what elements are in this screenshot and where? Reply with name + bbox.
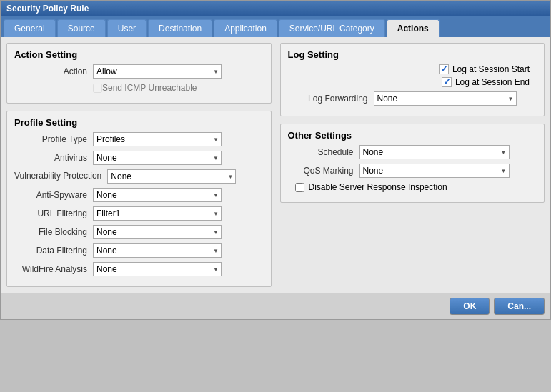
qos-row: QoS Marking None	[288, 164, 537, 178]
dialog: Security Policy Rule General Source User…	[0, 0, 551, 320]
antivirus-label: Antivirus	[14, 153, 93, 163]
data-filtering-select[interactable]: None	[93, 243, 222, 258]
other-settings-section: Other Settings Schedule None QoS Marking…	[280, 124, 545, 203]
file-blocking-select[interactable]: None	[93, 225, 222, 239]
title-bar: Security Policy Rule	[1, 1, 550, 16]
log-forwarding-select[interactable]: None	[374, 91, 517, 106]
file-blocking-row: File Blocking None	[14, 225, 264, 239]
file-blocking-label: File Blocking	[14, 227, 93, 237]
cancel-button[interactable]: Can...	[494, 298, 545, 315]
action-setting-section: Action Setting Action Allow Send ICMP Un…	[6, 43, 272, 104]
left-panel: Action Setting Action Allow Send ICMP Un…	[6, 43, 272, 287]
tab-actions[interactable]: Actions	[387, 19, 440, 37]
vuln-select[interactable]: None	[107, 169, 236, 184]
wildfire-label: WildFire Analysis	[14, 264, 93, 274]
log-session-start-checkmark[interactable]	[439, 64, 449, 74]
data-filtering-row: Data Filtering None	[14, 243, 264, 258]
right-panel: Log Setting Log at Session Start Log at …	[280, 43, 545, 287]
icmp-row: Send ICMP Unreachable	[14, 83, 264, 93]
wildfire-select[interactable]: None	[93, 262, 222, 276]
log-session-end-checkmark[interactable]	[442, 77, 452, 87]
vuln-select-wrapper: None	[107, 169, 236, 184]
disable-inspection-row: Disable Server Response Inspection	[288, 182, 537, 192]
anti-spyware-row: Anti-Spyware None	[14, 188, 264, 202]
file-blocking-select-wrapper: None	[93, 225, 222, 239]
antivirus-row: Antivirus None	[14, 151, 264, 165]
tab-bar: General Source User Destination Applicat…	[1, 16, 550, 37]
log-forwarding-label: Log Forwarding	[288, 94, 374, 104]
log-setting-section: Log Setting Log at Session Start Log at …	[280, 43, 545, 116]
content-area: Action Setting Action Allow Send ICMP Un…	[1, 37, 550, 293]
profile-setting-section: Profile Setting Profile Type Profiles An…	[6, 111, 272, 287]
url-filtering-label: URL Filtering	[14, 208, 93, 218]
qos-select[interactable]: None	[359, 164, 510, 178]
antivirus-select[interactable]: None	[93, 151, 222, 165]
footer: OK Can...	[1, 293, 550, 319]
anti-spyware-select-wrapper: None	[93, 188, 222, 202]
schedule-label: Schedule	[288, 147, 359, 157]
icmp-label: Send ICMP Unreachable	[102, 83, 197, 93]
qos-label: QoS Marking	[288, 166, 359, 176]
tab-application[interactable]: Application	[214, 19, 277, 37]
disable-inspection-checkbox[interactable]	[295, 183, 304, 192]
log-session-start-row: Log at Session Start	[439, 64, 530, 74]
anti-spyware-select[interactable]: None	[93, 188, 222, 202]
ok-button[interactable]: OK	[450, 298, 490, 315]
log-session-end-row: Log at Session End	[442, 77, 530, 87]
icmp-checkbox[interactable]	[93, 84, 102, 93]
profile-type-select[interactable]: Profiles	[93, 132, 222, 146]
disable-inspection-label: Disable Server Response Inspection	[309, 182, 447, 192]
wildfire-select-wrapper: None	[93, 262, 222, 276]
tab-service-url[interactable]: Service/URL Category	[279, 19, 385, 37]
dialog-title: Security Policy Rule	[6, 4, 89, 14]
log-forwarding-select-wrapper: None	[374, 91, 517, 106]
profile-type-label: Profile Type	[14, 134, 93, 144]
action-label: Action	[14, 66, 93, 76]
tab-user[interactable]: User	[107, 19, 147, 37]
antivirus-select-wrapper: None	[93, 151, 222, 165]
other-settings-title: Other Settings	[288, 130, 537, 141]
wildfire-row: WildFire Analysis None	[14, 262, 264, 276]
schedule-select-wrapper: None	[359, 145, 510, 159]
log-forwarding-row: Log Forwarding None	[288, 91, 537, 106]
profile-setting-title: Profile Setting	[14, 117, 264, 128]
url-filtering-row: URL Filtering Filter1	[14, 206, 264, 221]
schedule-select[interactable]: None	[359, 145, 510, 159]
data-filtering-label: Data Filtering	[14, 246, 93, 256]
action-select-wrapper: Allow	[93, 64, 222, 79]
qos-select-wrapper: None	[359, 164, 510, 178]
tab-destination[interactable]: Destination	[148, 19, 212, 37]
action-row: Action Allow	[14, 64, 264, 79]
action-select[interactable]: Allow	[93, 64, 222, 79]
url-filtering-select-wrapper: Filter1	[93, 206, 222, 221]
anti-spyware-label: Anti-Spyware	[14, 190, 93, 200]
schedule-row: Schedule None	[288, 145, 537, 159]
vuln-row: Vulnerability Protection None	[14, 169, 264, 184]
log-setting-title: Log Setting	[288, 49, 537, 60]
profile-type-row: Profile Type Profiles	[14, 132, 264, 146]
vuln-label: Vulnerability Protection	[14, 171, 107, 182]
log-session-end-label: Log at Session End	[455, 77, 530, 87]
url-filtering-select[interactable]: Filter1	[93, 206, 222, 221]
log-session-start-label: Log at Session Start	[452, 64, 530, 74]
tab-source[interactable]: Source	[57, 19, 106, 37]
tab-general[interactable]: General	[4, 19, 56, 37]
action-setting-title: Action Setting	[14, 49, 264, 60]
data-filtering-select-wrapper: None	[93, 243, 222, 258]
profile-type-select-wrapper: Profiles	[93, 132, 222, 146]
